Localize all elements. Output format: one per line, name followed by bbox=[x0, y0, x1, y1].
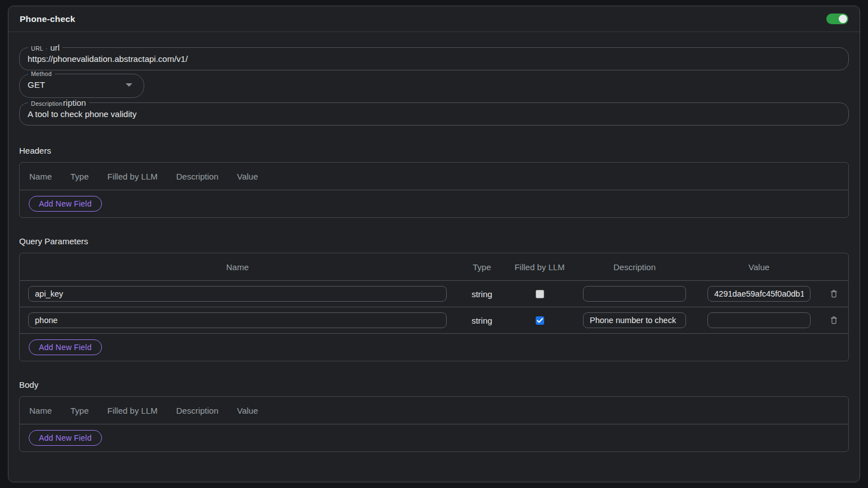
url-field: URL · url bbox=[19, 43, 849, 70]
param-value-input[interactable] bbox=[707, 286, 811, 302]
body-table-head: Name Type Filled by LLM Description Valu… bbox=[20, 397, 848, 424]
col-value: Value bbox=[237, 406, 258, 415]
url-label-big: url bbox=[50, 43, 60, 52]
param-value-input[interactable] bbox=[707, 312, 811, 328]
description-field-label: Description ription bbox=[28, 98, 89, 108]
headers-add-row: Add New Field bbox=[20, 190, 848, 217]
query-parameters-add-row: Add New Field bbox=[20, 333, 848, 361]
delete-row-button[interactable] bbox=[829, 288, 839, 299]
toggle-knob bbox=[839, 15, 847, 23]
check-icon bbox=[537, 318, 543, 323]
method-select[interactable]: GET bbox=[28, 77, 136, 92]
method-selected-value: GET bbox=[28, 80, 45, 89]
method-label: Method bbox=[31, 70, 52, 77]
col-description: Description bbox=[571, 262, 698, 272]
url-label-small: URL bbox=[31, 45, 43, 52]
method-field: Method GET bbox=[19, 70, 144, 98]
body-add-field-button[interactable]: Add New Field bbox=[29, 430, 102, 446]
tool-title: Phone-check bbox=[20, 14, 75, 24]
headers-section: Headers Name Type Filled by LLM Descript… bbox=[19, 146, 849, 218]
body-section-title: Body bbox=[19, 380, 849, 389]
param-name-input[interactable] bbox=[28, 312, 447, 328]
filled-by-llm-checkbox[interactable] bbox=[536, 290, 544, 298]
url-label-separator: · bbox=[46, 46, 47, 52]
query-parameter-row: string bbox=[20, 307, 848, 333]
body-add-row: Add New Field bbox=[20, 424, 848, 451]
param-type: string bbox=[471, 316, 492, 325]
col-filled-by-llm: Filled by LLM bbox=[509, 262, 571, 272]
delete-row-button[interactable] bbox=[829, 315, 839, 326]
param-type: string bbox=[471, 289, 492, 299]
body-table: Name Type Filled by LLM Description Valu… bbox=[19, 396, 849, 452]
col-description: Description bbox=[176, 406, 219, 415]
col-filled-by-llm: Filled by LLM bbox=[108, 406, 158, 415]
col-value: Value bbox=[237, 172, 258, 181]
headers-table: Name Type Filled by LLM Description Valu… bbox=[19, 162, 849, 218]
description-label-big: ription bbox=[63, 98, 86, 108]
col-type: Type bbox=[70, 172, 89, 181]
headers-section-title: Headers bbox=[19, 146, 849, 155]
description-field: Description ription bbox=[19, 98, 849, 126]
col-name: Name bbox=[29, 406, 52, 415]
param-name-input[interactable] bbox=[28, 286, 447, 302]
method-field-label: Method bbox=[28, 70, 55, 77]
param-description-input[interactable] bbox=[583, 312, 686, 328]
url-field-label: URL · url bbox=[28, 43, 63, 52]
body-section: Body Name Type Filled by LLM Description… bbox=[19, 380, 849, 452]
query-parameter-row: string bbox=[20, 280, 848, 307]
tool-enabled-toggle[interactable] bbox=[826, 14, 848, 24]
col-name: Name bbox=[20, 262, 455, 272]
col-filled-by-llm: Filled by LLM bbox=[108, 172, 158, 181]
filled-by-llm-checkbox[interactable] bbox=[536, 316, 544, 325]
param-description-input[interactable] bbox=[583, 286, 686, 302]
col-type: Type bbox=[455, 262, 509, 272]
col-description: Description bbox=[176, 172, 219, 181]
tool-card: Phone-check URL · url Method GET De bbox=[8, 6, 860, 482]
trash-icon bbox=[830, 289, 838, 298]
description-input[interactable] bbox=[28, 108, 840, 120]
col-value: Value bbox=[698, 262, 820, 272]
headers-add-field-button[interactable]: Add New Field bbox=[29, 196, 102, 212]
trash-icon bbox=[830, 316, 838, 325]
tool-card-header: Phone-check bbox=[8, 6, 860, 32]
col-type: Type bbox=[70, 406, 89, 415]
url-input[interactable] bbox=[28, 52, 840, 65]
query-parameters-section-title: Query Parameters bbox=[19, 236, 849, 246]
chevron-down-icon bbox=[126, 83, 132, 87]
tool-card-body: URL · url Method GET Description ription bbox=[8, 32, 860, 452]
headers-table-head: Name Type Filled by LLM Description Valu… bbox=[20, 163, 848, 190]
query-parameters-table: Name Type Filled by LLM Description Valu… bbox=[19, 253, 849, 361]
query-parameters-table-head: Name Type Filled by LLM Description Valu… bbox=[20, 253, 848, 280]
col-name: Name bbox=[29, 172, 52, 181]
description-label-small: Description bbox=[31, 100, 63, 107]
query-parameters-section: Query Parameters Name Type Filled by LLM… bbox=[19, 236, 849, 361]
query-parameters-add-field-button[interactable]: Add New Field bbox=[29, 339, 102, 355]
